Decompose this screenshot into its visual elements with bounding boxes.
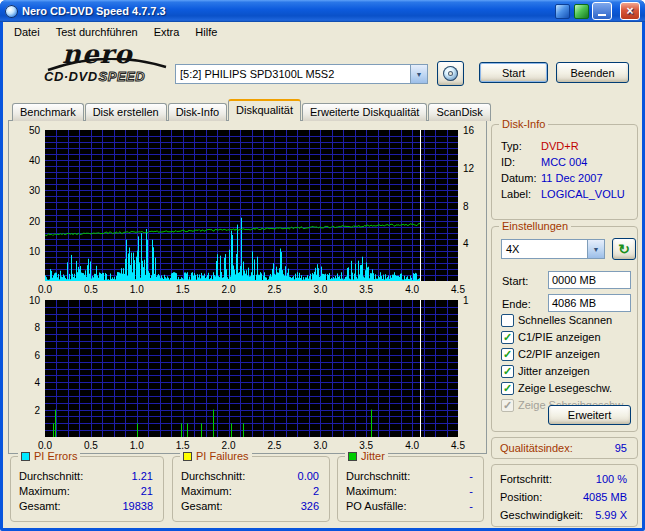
quality-index-value: 95 — [615, 442, 627, 454]
checkbox-schnelles-scannen[interactable]: Schnelles Scannen — [501, 313, 612, 327]
refresh-button[interactable]: ↻ — [612, 238, 636, 260]
axis-tick: 8 — [34, 322, 40, 333]
drive-select[interactable]: [5:2] PHILIPS SPD3100L M5S2 ▼ — [175, 64, 428, 84]
settings-box: Einstellungen 4X ▼ ↻ Start: 0000 MB Ende… — [491, 226, 638, 432]
pi-failures-title: PI Failures — [196, 450, 249, 462]
stat-label: Gesamt: — [181, 500, 223, 513]
disk-info-label: Label: — [501, 188, 541, 200]
axis-tick: 1 — [463, 295, 469, 306]
checkbox-icon — [501, 331, 514, 344]
jitter-box: Jitter Durchschnitt:- Maximum:- PO Ausfä… — [337, 456, 484, 522]
app-window: Nero CD-DVD Speed 4.7.7.3 × Datei Test d… — [0, 0, 645, 531]
quality-index-label: Qualitätsindex: — [500, 442, 573, 454]
quality-index-box: Qualitätsindex: 95 — [491, 437, 638, 459]
progress-box: Fortschritt:100 % Position:4085 MB Gesch… — [491, 464, 638, 527]
axis-tick: 20 — [29, 216, 40, 227]
progress-value: 100 % — [596, 473, 627, 486]
chevron-down-icon[interactable]: ▼ — [587, 240, 604, 258]
menu-test-durchfuehren[interactable]: Test durchführen — [48, 24, 146, 40]
tab-diskqualitaet[interactable]: Diskqualität — [228, 99, 301, 121]
tab-disk-erstellen[interactable]: Disk erstellen — [85, 103, 167, 121]
axis-tick: 2 — [34, 405, 40, 416]
disk-info-label: ID: — [501, 156, 541, 168]
quit-button[interactable]: Beenden — [556, 62, 629, 83]
stat-label: Durchschnitt: — [181, 470, 245, 483]
logo-swoosh — [46, 58, 168, 72]
axis-tick: 0.5 — [81, 284, 101, 295]
stat-label: Durchschnitt: — [19, 470, 83, 483]
axis-tick: 10 — [29, 295, 40, 306]
speed-select[interactable]: 4X ▼ — [501, 239, 605, 259]
tab-benchmark[interactable]: Benchmark — [12, 103, 84, 121]
axis-tick: 4.5 — [448, 284, 468, 295]
axis-tick: 0.5 — [81, 440, 101, 451]
menu-extra[interactable]: Extra — [146, 24, 188, 40]
pie-right-axis: 161284 — [461, 130, 485, 281]
window-title: Nero CD-DVD Speed 4.7.7.3 — [22, 5, 166, 17]
axis-tick: 50 — [29, 125, 40, 136]
menu-hilfe[interactable]: Hilfe — [187, 24, 225, 40]
tab-scandisk[interactable]: ScanDisk — [428, 103, 490, 121]
jitter-swatch-icon — [348, 452, 357, 461]
axis-tick: 4.0 — [402, 440, 422, 451]
monitor-icon[interactable] — [574, 4, 589, 19]
tab-erweiterte-diskqualitaet[interactable]: Erweiterte Diskqualität — [302, 103, 427, 121]
stat-value: 326 — [301, 500, 319, 513]
stat-value: - — [469, 485, 473, 498]
disk-info-label: Typ: — [501, 140, 541, 152]
close-button[interactable]: × — [620, 2, 640, 20]
end-field[interactable]: 4086 MB — [548, 294, 631, 312]
drive-tool-button[interactable] — [437, 61, 464, 86]
stat-label: Durchschnitt: — [346, 470, 410, 483]
axis-tick: 40 — [29, 155, 40, 166]
axis-tick: 0.0 — [35, 284, 55, 295]
checkbox-icon — [501, 399, 514, 412]
start-field[interactable]: 0000 MB — [548, 271, 631, 289]
pi-errors-swatch-icon — [21, 452, 30, 461]
axis-tick: 1.5 — [173, 284, 193, 295]
tab-disk-info[interactable]: Disk-Info — [168, 103, 227, 121]
stat-label: Maximum: — [181, 485, 232, 498]
titlebar[interactable]: Nero CD-DVD Speed 4.7.7.3 × — [0, 0, 645, 22]
axis-tick: 12 — [463, 163, 474, 174]
stat-value: 0.00 — [298, 470, 319, 483]
checkbox-jitter-anzeigen[interactable]: Jitter anzeigen — [501, 364, 590, 378]
nero-logo: nero CD·DVDSPEED — [44, 42, 176, 94]
stat-value: - — [469, 500, 473, 513]
checkbox-icon — [501, 382, 514, 395]
speed-select-value: 4X — [502, 243, 587, 255]
pie-chart-canvas — [45, 130, 458, 281]
position-value: 4085 MB — [583, 491, 627, 504]
document-icon[interactable] — [555, 4, 570, 19]
stat-value: - — [469, 470, 473, 483]
pi-failures-box: PI Failures Durchschnitt:0.00 Maximum:2 … — [172, 456, 330, 522]
chevron-down-icon[interactable]: ▼ — [410, 65, 427, 83]
stat-label: Maximum: — [346, 485, 397, 498]
start-button[interactable]: Start — [479, 62, 548, 83]
stat-value: 19838 — [122, 500, 153, 513]
pif-chart-canvas — [45, 300, 458, 437]
jitter-title: Jitter — [361, 450, 385, 462]
checkbox-c1-pie-anzeigen[interactable]: C1/PIE anzeigen — [501, 330, 601, 344]
pi-failures-swatch-icon — [183, 452, 192, 461]
checkbox-c2-pif-anzeigen[interactable]: C2/PIF anzeigen — [501, 347, 600, 361]
checkbox-zeige-lesegeschw[interactable]: Zeige Lesegeschw. — [501, 381, 612, 395]
axis-tick: 16 — [463, 125, 474, 136]
axis-tick: 3.0 — [310, 440, 330, 451]
axis-tick: 4 — [34, 377, 40, 388]
settings-title: Einstellungen — [499, 220, 571, 232]
disk-type-value: DVD+R — [541, 140, 579, 152]
pie-x-axis: 0.00.51.01.52.02.53.03.54.04.5 — [45, 284, 458, 296]
axis-tick: 2.5 — [264, 440, 284, 451]
advanced-button[interactable]: Erweitert — [548, 405, 631, 425]
axis-tick: 4.5 — [448, 440, 468, 451]
menu-datei[interactable]: Datei — [6, 24, 48, 40]
axis-tick: 3.0 — [310, 284, 330, 295]
progress-label: Fortschritt: — [500, 473, 552, 486]
stat-value: 2 — [313, 485, 319, 498]
axis-tick: 1.0 — [127, 284, 147, 295]
disk-id-value: MCC 004 — [541, 156, 587, 168]
close-icon: × — [626, 5, 633, 17]
pi-errors-title: PI Errors — [34, 450, 77, 462]
minimize-button[interactable] — [592, 2, 612, 20]
